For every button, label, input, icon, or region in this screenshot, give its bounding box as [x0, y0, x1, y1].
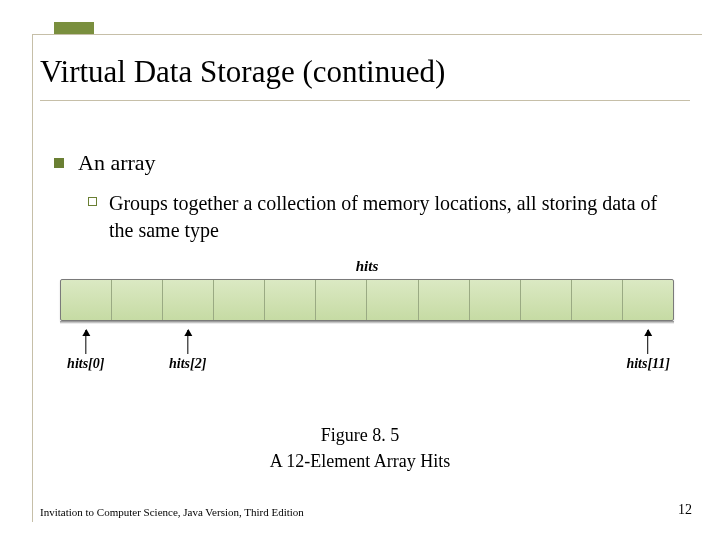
- array-cell: [572, 280, 623, 320]
- pointer-hits-11: hits[11]: [626, 330, 670, 372]
- page-number: 12: [678, 502, 692, 518]
- array-cell: [316, 280, 367, 320]
- slide-body: An array Groups together a collection of…: [54, 150, 686, 244]
- arrow-row: hits[0] hits[2] hits[11]: [60, 330, 674, 400]
- arrow-up-icon: [85, 330, 86, 354]
- bullet-level2: Groups together a collection of memory l…: [88, 190, 686, 244]
- array-cell: [112, 280, 163, 320]
- array-cell: [470, 280, 521, 320]
- array-cell: [419, 280, 470, 320]
- accent-bar: [54, 22, 94, 34]
- array-cell: [61, 280, 112, 320]
- caption-line-1: Figure 8. 5: [0, 422, 720, 448]
- arrow-up-icon: [187, 330, 188, 354]
- pointer-hits-0: hits[0]: [67, 330, 104, 372]
- array-cells: [60, 279, 674, 321]
- footer-source: Invitation to Computer Science, Java Ver…: [40, 506, 304, 518]
- array-cell: [265, 280, 316, 320]
- array-cell: [214, 280, 265, 320]
- pointer-label: hits[0]: [67, 356, 104, 372]
- square-bullet-icon: [54, 158, 64, 168]
- slide-title: Virtual Data Storage (continued): [40, 54, 690, 101]
- array-cell: [521, 280, 572, 320]
- hollow-square-bullet-icon: [88, 197, 97, 206]
- figure-top-label: hits: [60, 258, 674, 275]
- pointer-label: hits[2]: [169, 356, 206, 372]
- pointer-hits-2: hits[2]: [169, 330, 206, 372]
- bullet-level1-text: An array: [78, 150, 156, 176]
- figure-array: hits hits[0] hits[2] hits[11]: [60, 258, 674, 400]
- array-shadow: [60, 321, 674, 324]
- array-cell: [367, 280, 418, 320]
- figure-caption: Figure 8. 5 A 12-Element Array Hits: [0, 422, 720, 474]
- bullet-level1: An array: [54, 150, 686, 176]
- arrow-up-icon: [648, 330, 649, 354]
- array-cell: [623, 280, 673, 320]
- caption-line-2: A 12-Element Array Hits: [0, 448, 720, 474]
- array-cell: [163, 280, 214, 320]
- pointer-label: hits[11]: [626, 356, 670, 372]
- bullet-level2-text: Groups together a collection of memory l…: [109, 190, 686, 244]
